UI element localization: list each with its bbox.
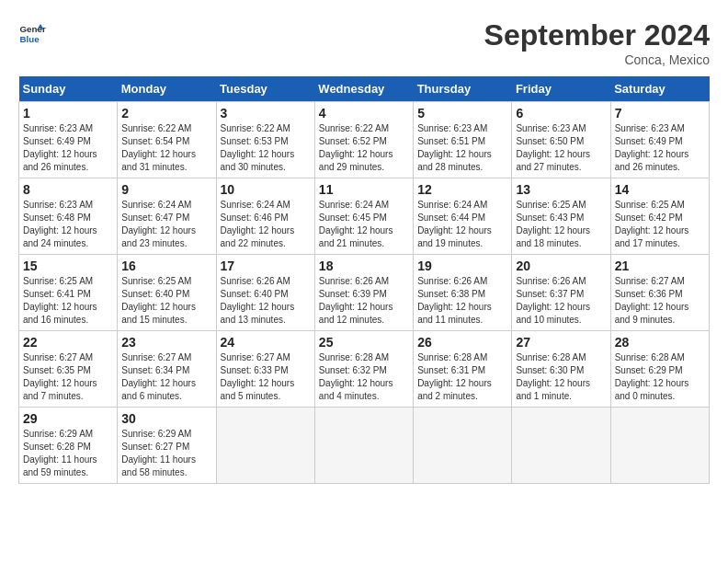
day-info: Sunrise: 6:25 AM Sunset: 6:41 PM Dayligh… bbox=[23, 275, 113, 327]
day-info: Sunrise: 6:27 AM Sunset: 6:33 PM Dayligh… bbox=[221, 351, 311, 403]
day-info: Sunrise: 6:23 AM Sunset: 6:49 PM Dayligh… bbox=[23, 122, 113, 174]
calendar-row: 15 Sunrise: 6:25 AM Sunset: 6:41 PM Dayl… bbox=[19, 255, 710, 331]
weekday-header: Friday bbox=[512, 76, 610, 102]
day-number: 1 bbox=[23, 106, 113, 121]
calendar-cell: 12 Sunrise: 6:24 AM Sunset: 6:44 PM Dayl… bbox=[414, 178, 512, 255]
day-info: Sunrise: 6:27 AM Sunset: 6:35 PM Dayligh… bbox=[23, 351, 113, 403]
weekday-header: Tuesday bbox=[216, 76, 314, 102]
calendar-cell: 30 Sunrise: 6:29 AM Sunset: 6:27 PM Dayl… bbox=[118, 408, 216, 484]
day-info: Sunrise: 6:28 AM Sunset: 6:31 PM Dayligh… bbox=[417, 351, 507, 403]
calendar-cell: 9 Sunrise: 6:24 AM Sunset: 6:47 PM Dayli… bbox=[118, 178, 216, 255]
day-info: Sunrise: 6:23 AM Sunset: 6:51 PM Dayligh… bbox=[417, 122, 507, 174]
day-number: 30 bbox=[121, 411, 211, 426]
calendar-cell: 16 Sunrise: 6:25 AM Sunset: 6:40 PM Dayl… bbox=[118, 255, 216, 331]
page-header: General Blue September 2024 Conca, Mexic… bbox=[18, 18, 710, 67]
day-number: 2 bbox=[121, 106, 211, 121]
day-number: 12 bbox=[417, 182, 507, 197]
calendar-cell: 6 Sunrise: 6:23 AM Sunset: 6:50 PM Dayli… bbox=[512, 102, 610, 178]
day-info: Sunrise: 6:27 AM Sunset: 6:36 PM Dayligh… bbox=[615, 275, 705, 327]
calendar-cell: 11 Sunrise: 6:24 AM Sunset: 6:45 PM Dayl… bbox=[314, 178, 413, 255]
day-info: Sunrise: 6:24 AM Sunset: 6:47 PM Dayligh… bbox=[121, 199, 211, 250]
day-info: Sunrise: 6:29 AM Sunset: 6:28 PM Dayligh… bbox=[23, 428, 113, 479]
day-info: Sunrise: 6:29 AM Sunset: 6:27 PM Dayligh… bbox=[121, 428, 211, 479]
day-info: Sunrise: 6:24 AM Sunset: 6:45 PM Dayligh… bbox=[319, 199, 409, 250]
calendar-cell: 4 Sunrise: 6:22 AM Sunset: 6:52 PM Dayli… bbox=[314, 102, 413, 178]
day-info: Sunrise: 6:24 AM Sunset: 6:44 PM Dayligh… bbox=[417, 199, 507, 250]
day-number: 6 bbox=[516, 106, 606, 121]
day-number: 19 bbox=[417, 259, 507, 273]
location: Conca, Mexico bbox=[484, 52, 710, 67]
day-number: 21 bbox=[615, 259, 705, 273]
calendar-cell: 20 Sunrise: 6:26 AM Sunset: 6:37 PM Dayl… bbox=[512, 255, 610, 331]
day-info: Sunrise: 6:26 AM Sunset: 6:40 PM Dayligh… bbox=[221, 275, 311, 327]
weekday-header: Wednesday bbox=[314, 76, 413, 102]
day-info: Sunrise: 6:23 AM Sunset: 6:48 PM Dayligh… bbox=[23, 199, 113, 250]
day-number: 23 bbox=[121, 335, 211, 350]
weekday-header: Monday bbox=[118, 76, 216, 102]
weekday-header-row: SundayMondayTuesdayWednesdayThursdayFrid… bbox=[19, 76, 710, 102]
calendar-cell: 8 Sunrise: 6:23 AM Sunset: 6:48 PM Dayli… bbox=[19, 178, 118, 255]
day-number: 11 bbox=[319, 182, 409, 197]
calendar-cell: 14 Sunrise: 6:25 AM Sunset: 6:42 PM Dayl… bbox=[610, 178, 709, 255]
weekday-header: Saturday bbox=[610, 76, 709, 102]
calendar-cell: 3 Sunrise: 6:22 AM Sunset: 6:53 PM Dayli… bbox=[216, 102, 314, 178]
calendar-row: 1 Sunrise: 6:23 AM Sunset: 6:49 PM Dayli… bbox=[19, 102, 710, 178]
logo: General Blue bbox=[18, 18, 46, 46]
day-number: 7 bbox=[615, 106, 705, 121]
day-number: 24 bbox=[221, 335, 311, 350]
day-number: 29 bbox=[23, 411, 113, 426]
day-info: Sunrise: 6:28 AM Sunset: 6:29 PM Dayligh… bbox=[615, 351, 705, 403]
calendar-row: 8 Sunrise: 6:23 AM Sunset: 6:48 PM Dayli… bbox=[19, 178, 710, 255]
day-info: Sunrise: 6:26 AM Sunset: 6:37 PM Dayligh… bbox=[516, 275, 606, 327]
calendar-cell: 19 Sunrise: 6:26 AM Sunset: 6:38 PM Dayl… bbox=[414, 255, 512, 331]
day-number: 9 bbox=[121, 182, 211, 197]
day-number: 8 bbox=[23, 182, 113, 197]
calendar-cell: 28 Sunrise: 6:28 AM Sunset: 6:29 PM Dayl… bbox=[610, 331, 709, 408]
weekday-header: Sunday bbox=[19, 76, 118, 102]
day-number: 14 bbox=[615, 182, 705, 197]
day-number: 15 bbox=[23, 259, 113, 273]
day-info: Sunrise: 6:26 AM Sunset: 6:38 PM Dayligh… bbox=[417, 275, 507, 327]
calendar-cell bbox=[512, 408, 610, 484]
calendar-row: 22 Sunrise: 6:27 AM Sunset: 6:35 PM Dayl… bbox=[19, 331, 710, 408]
calendar-cell bbox=[216, 408, 314, 484]
day-number: 18 bbox=[319, 259, 409, 273]
calendar-cell: 23 Sunrise: 6:27 AM Sunset: 6:34 PM Dayl… bbox=[118, 331, 216, 408]
day-number: 13 bbox=[516, 182, 606, 197]
calendar-cell: 5 Sunrise: 6:23 AM Sunset: 6:51 PM Dayli… bbox=[414, 102, 512, 178]
day-number: 4 bbox=[319, 106, 409, 121]
month-title: September 2024 bbox=[484, 18, 710, 52]
day-info: Sunrise: 6:28 AM Sunset: 6:32 PM Dayligh… bbox=[319, 351, 409, 403]
day-number: 16 bbox=[121, 259, 211, 273]
day-number: 5 bbox=[417, 106, 507, 121]
calendar-cell: 7 Sunrise: 6:23 AM Sunset: 6:49 PM Dayli… bbox=[610, 102, 709, 178]
calendar-cell: 27 Sunrise: 6:28 AM Sunset: 6:30 PM Dayl… bbox=[512, 331, 610, 408]
day-number: 3 bbox=[221, 106, 311, 121]
calendar-cell bbox=[414, 408, 512, 484]
calendar-cell: 21 Sunrise: 6:27 AM Sunset: 6:36 PM Dayl… bbox=[610, 255, 709, 331]
day-info: Sunrise: 6:25 AM Sunset: 6:43 PM Dayligh… bbox=[516, 199, 606, 250]
calendar-cell: 18 Sunrise: 6:26 AM Sunset: 6:39 PM Dayl… bbox=[314, 255, 413, 331]
calendar-cell bbox=[314, 408, 413, 484]
calendar-cell: 13 Sunrise: 6:25 AM Sunset: 6:43 PM Dayl… bbox=[512, 178, 610, 255]
calendar-cell: 17 Sunrise: 6:26 AM Sunset: 6:40 PM Dayl… bbox=[216, 255, 314, 331]
calendar-cell: 1 Sunrise: 6:23 AM Sunset: 6:49 PM Dayli… bbox=[19, 102, 118, 178]
calendar-cell: 22 Sunrise: 6:27 AM Sunset: 6:35 PM Dayl… bbox=[19, 331, 118, 408]
calendar-cell: 15 Sunrise: 6:25 AM Sunset: 6:41 PM Dayl… bbox=[19, 255, 118, 331]
day-number: 22 bbox=[23, 335, 113, 350]
title-block: September 2024 Conca, Mexico bbox=[484, 18, 710, 67]
day-info: Sunrise: 6:24 AM Sunset: 6:46 PM Dayligh… bbox=[221, 199, 311, 250]
day-info: Sunrise: 6:22 AM Sunset: 6:52 PM Dayligh… bbox=[319, 122, 409, 174]
calendar-cell: 26 Sunrise: 6:28 AM Sunset: 6:31 PM Dayl… bbox=[414, 331, 512, 408]
day-info: Sunrise: 6:23 AM Sunset: 6:50 PM Dayligh… bbox=[516, 122, 606, 174]
day-info: Sunrise: 6:23 AM Sunset: 6:49 PM Dayligh… bbox=[615, 122, 705, 174]
day-number: 27 bbox=[516, 335, 606, 350]
day-info: Sunrise: 6:22 AM Sunset: 6:54 PM Dayligh… bbox=[121, 122, 211, 174]
calendar-cell bbox=[610, 408, 709, 484]
calendar-table: SundayMondayTuesdayWednesdayThursdayFrid… bbox=[18, 76, 710, 484]
day-info: Sunrise: 6:27 AM Sunset: 6:34 PM Dayligh… bbox=[121, 351, 211, 403]
day-info: Sunrise: 6:28 AM Sunset: 6:30 PM Dayligh… bbox=[516, 351, 606, 403]
day-number: 10 bbox=[221, 182, 311, 197]
calendar-row: 29 Sunrise: 6:29 AM Sunset: 6:28 PM Dayl… bbox=[19, 408, 710, 484]
day-info: Sunrise: 6:25 AM Sunset: 6:42 PM Dayligh… bbox=[615, 199, 705, 250]
